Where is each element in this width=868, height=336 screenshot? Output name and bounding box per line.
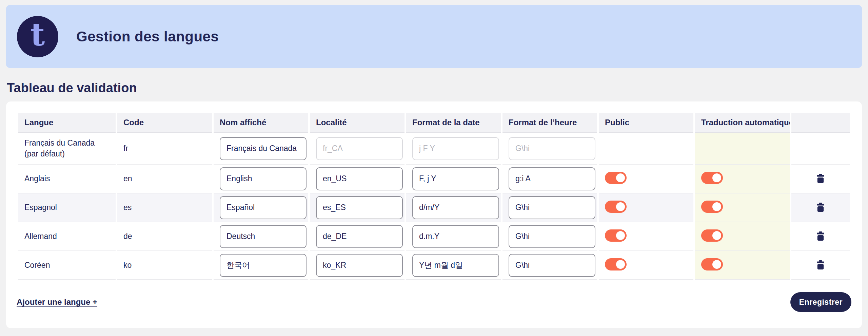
page-title: Gestion des langues bbox=[76, 29, 219, 45]
column-header-localite: Localité bbox=[310, 113, 405, 133]
actions-cell bbox=[791, 165, 850, 193]
language-code: fr bbox=[117, 133, 212, 165]
column-header-code: Code bbox=[117, 113, 212, 133]
public-toggle[interactable] bbox=[605, 172, 627, 184]
language-name: Allemand bbox=[18, 222, 116, 251]
locale-input[interactable] bbox=[316, 254, 403, 277]
auto-translate-cell bbox=[695, 251, 790, 280]
locale-input[interactable] bbox=[316, 137, 403, 160]
table-row-de: Allemand de bbox=[18, 222, 850, 251]
logo-t-icon: t bbox=[31, 19, 45, 50]
date-format-input[interactable] bbox=[412, 225, 499, 248]
auto-translate-cell bbox=[695, 133, 790, 165]
public-cell bbox=[599, 193, 693, 222]
column-header-actions bbox=[791, 113, 850, 133]
date-format-input[interactable] bbox=[412, 167, 499, 190]
delete-language-button[interactable] bbox=[815, 230, 826, 242]
table-row-es: Espagnol es bbox=[18, 193, 850, 222]
auto-translate-toggle[interactable] bbox=[701, 258, 723, 270]
column-header-public: Public bbox=[599, 113, 693, 133]
display-name-input[interactable] bbox=[220, 254, 307, 277]
locale-input[interactable] bbox=[316, 196, 403, 219]
section-title: Tableau de validation bbox=[7, 81, 862, 95]
language-name: Anglais bbox=[18, 165, 116, 193]
date-format-input[interactable] bbox=[412, 254, 499, 277]
locale-input[interactable] bbox=[316, 225, 403, 248]
trash-icon bbox=[817, 231, 824, 241]
column-header-nom-affiche: Nom affiché bbox=[214, 113, 308, 133]
display-name-input[interactable] bbox=[220, 167, 307, 190]
time-format-input[interactable] bbox=[509, 254, 595, 277]
trash-icon bbox=[817, 260, 824, 269]
language-code: ko bbox=[117, 251, 212, 280]
validation-table-card: Langue Code Nom affiché Localité Format … bbox=[6, 101, 862, 328]
auto-translate-cell bbox=[695, 165, 790, 193]
column-header-format-date: Format de la date bbox=[406, 113, 501, 133]
table-row-en: Anglais en bbox=[18, 165, 850, 193]
public-toggle[interactable] bbox=[605, 229, 627, 242]
time-format-input[interactable] bbox=[509, 196, 595, 219]
time-format-input[interactable] bbox=[509, 225, 595, 248]
languages-table: Langue Code Nom affiché Localité Format … bbox=[17, 113, 851, 280]
time-format-input[interactable] bbox=[509, 137, 595, 160]
public-toggle[interactable] bbox=[605, 201, 627, 213]
actions-cell bbox=[791, 251, 850, 280]
public-cell bbox=[599, 251, 693, 280]
auto-translate-toggle[interactable] bbox=[701, 172, 723, 184]
public-cell bbox=[599, 133, 693, 165]
language-code: en bbox=[117, 165, 212, 193]
page-header-banner: t Gestion des langues bbox=[6, 5, 862, 68]
column-header-langue: Langue bbox=[18, 113, 116, 133]
delete-language-button[interactable] bbox=[815, 201, 826, 213]
actions-cell bbox=[791, 193, 850, 222]
table-row-ko: Coréen ko bbox=[18, 251, 850, 280]
column-header-format-heure: Format de l’heure bbox=[502, 113, 597, 133]
delete-language-button[interactable] bbox=[815, 172, 826, 184]
auto-translate-toggle[interactable] bbox=[701, 229, 723, 242]
delete-language-button[interactable] bbox=[815, 259, 826, 271]
trash-icon bbox=[817, 174, 824, 183]
date-format-input[interactable] bbox=[412, 196, 499, 219]
language-code: de bbox=[117, 222, 212, 251]
language-code: es bbox=[117, 193, 212, 222]
language-name: Espagnol bbox=[18, 193, 116, 222]
save-button[interactable]: Enregistrer bbox=[790, 292, 851, 312]
add-language-link[interactable]: Ajouter une langue + bbox=[17, 297, 97, 307]
auto-translate-cell bbox=[695, 222, 790, 251]
display-name-input[interactable] bbox=[220, 137, 307, 160]
language-management-page: t Gestion des langues Tableau de validat… bbox=[0, 5, 868, 336]
date-format-input[interactable] bbox=[412, 137, 499, 160]
table-row-fr: Français du Canada (par défaut) fr bbox=[18, 133, 850, 165]
language-name: Coréen bbox=[18, 251, 116, 280]
public-toggle[interactable] bbox=[605, 258, 627, 270]
actions-cell bbox=[791, 222, 850, 251]
display-name-input[interactable] bbox=[220, 196, 307, 219]
public-cell bbox=[599, 165, 693, 193]
public-cell bbox=[599, 222, 693, 251]
table-header-row: Langue Code Nom affiché Localité Format … bbox=[18, 113, 850, 133]
translatepress-logo: t bbox=[17, 16, 58, 57]
card-footer: Ajouter une langue + Enregistrer bbox=[17, 292, 851, 312]
locale-input[interactable] bbox=[316, 167, 403, 190]
display-name-input[interactable] bbox=[220, 225, 307, 248]
time-format-input[interactable] bbox=[509, 167, 595, 190]
language-name: Français du Canada (par défaut) bbox=[18, 133, 116, 165]
trash-icon bbox=[817, 203, 824, 212]
auto-translate-toggle[interactable] bbox=[701, 201, 723, 213]
auto-translate-cell bbox=[695, 193, 790, 222]
column-header-traduction-automatique: Traduction automatique bbox=[695, 113, 790, 133]
actions-cell bbox=[791, 133, 850, 165]
